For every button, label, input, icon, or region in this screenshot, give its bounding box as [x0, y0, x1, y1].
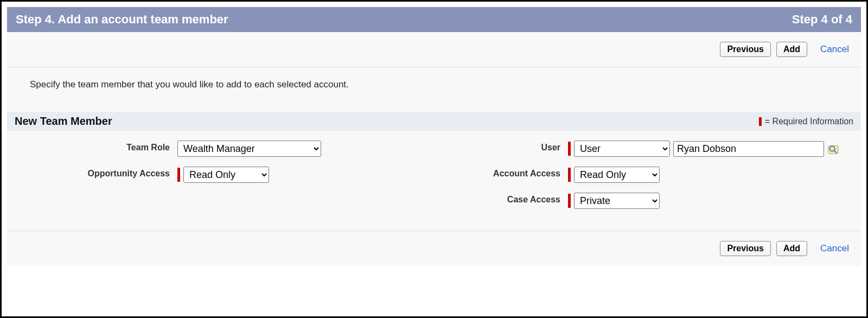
user-name-input[interactable]	[673, 141, 824, 157]
required-mark-icon	[568, 194, 571, 208]
cancel-link[interactable]: Cancel	[820, 243, 849, 254]
required-legend-text: = Required Information	[765, 117, 853, 126]
instructions-text: Specify the team member that you would l…	[7, 67, 861, 112]
button-bar-top: Previous Add Cancel	[7, 32, 861, 67]
required-legend: = Required Information	[759, 117, 853, 126]
wizard-panel: Step 4. Add an account team member Step …	[7, 7, 861, 266]
user-label: User	[394, 141, 568, 157]
previous-button[interactable]: Previous	[720, 42, 771, 57]
window-frame: Step 4. Add an account team member Step …	[0, 0, 868, 318]
opportunity-access-label: Opportunity Access	[15, 167, 177, 183]
opportunity-access-control: Read Only	[177, 167, 394, 183]
account-access-select[interactable]: Read Only	[574, 167, 660, 183]
case-access-label: Case Access	[394, 193, 568, 209]
previous-button[interactable]: Previous	[720, 241, 771, 256]
section-title: New Team Member	[15, 115, 112, 128]
opportunity-access-select[interactable]: Read Only	[183, 167, 269, 183]
cancel-link[interactable]: Cancel	[820, 44, 849, 55]
form-grid: Team Role Wealth Manager User User	[7, 131, 861, 231]
button-bar-bottom: Previous Add Cancel	[7, 231, 861, 266]
step-indicator: Step 4 of 4	[792, 12, 852, 27]
wizard-header: Step 4. Add an account team member Step …	[7, 7, 861, 32]
wizard-title: Step 4. Add an account team member	[16, 12, 228, 27]
account-access-label: Account Access	[394, 167, 568, 183]
add-button[interactable]: Add	[776, 241, 807, 256]
case-access-control: Private	[568, 193, 839, 209]
case-access-select[interactable]: Private	[574, 193, 660, 209]
team-role-label: Team Role	[15, 141, 177, 157]
team-role-control: Wealth Manager	[177, 141, 394, 157]
required-mark-icon	[759, 117, 762, 126]
lookup-icon[interactable]	[827, 143, 839, 155]
account-access-control: Read Only	[568, 167, 839, 183]
add-button[interactable]: Add	[776, 42, 807, 57]
required-mark-icon	[568, 168, 571, 182]
team-role-select[interactable]: Wealth Manager	[177, 141, 321, 157]
section-header: New Team Member = Required Information	[7, 112, 861, 131]
required-mark-icon	[177, 168, 180, 182]
required-mark-icon	[568, 142, 571, 156]
user-type-select[interactable]: User	[574, 141, 670, 157]
user-control: User	[568, 141, 839, 157]
